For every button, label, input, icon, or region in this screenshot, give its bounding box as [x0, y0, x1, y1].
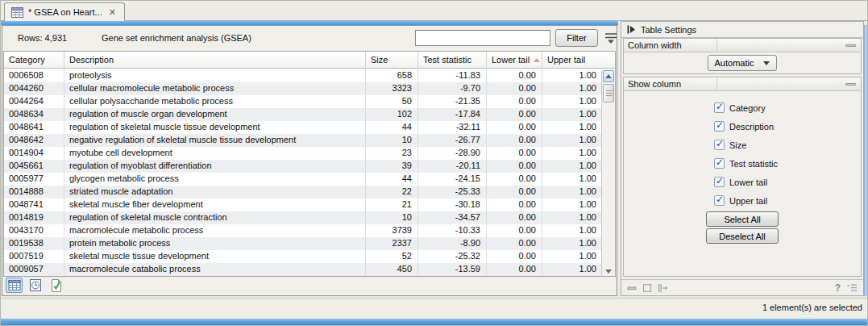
checkbox-icon[interactable]: ✓ [714, 140, 725, 150]
column-header-upper_tail[interactable]: Upper tail [542, 52, 603, 68]
table-row[interactable]: 0043170macromolecule metabolic process37… [4, 224, 603, 237]
show-column-option[interactable]: ✓Description [624, 117, 861, 136]
show-column-option[interactable]: ✓Test statistic [624, 154, 861, 173]
column-width-group: Column width Automatic [623, 38, 862, 74]
application-window: * GSEA on Heart... ✕ Rows: 4,931 Gene se… [0, 0, 868, 326]
deselect-all-button[interactable]: Deselect All [706, 228, 779, 244]
checkbox-icon[interactable]: ✓ [714, 158, 725, 169]
column-header-label: Test statistic [423, 55, 471, 65]
panel-menu-icon[interactable] [846, 283, 858, 292]
element-info-view-icon[interactable] [48, 278, 64, 293]
table-row[interactable]: 0014904myotube cell development23-28.900… [4, 147, 603, 160]
collapse-section-icon[interactable] [845, 83, 856, 86]
table-row[interactable]: 0045661regulation of myoblast differenti… [4, 160, 603, 173]
filter-search-input[interactable] [415, 30, 550, 46]
cell-size: 52 [366, 250, 418, 263]
cell-category: 0006508 [4, 69, 64, 82]
cell-size: 44 [366, 173, 418, 186]
tab-close-icon[interactable]: ✕ [107, 7, 118, 18]
table-row[interactable]: 0044264cellular polysaccharide metabolic… [4, 95, 603, 108]
filter-options-expander-icon[interactable] [604, 32, 618, 44]
column-header-lower_tail[interactable]: Lower tail [487, 52, 542, 68]
column-header-label: Category [9, 55, 45, 65]
column-header-description[interactable]: Description [64, 52, 366, 68]
table-row[interactable]: 0009057macromolecule catabolic process45… [4, 263, 603, 276]
show-column-option[interactable]: ✓Category [624, 98, 861, 117]
thumb-grip [606, 93, 613, 94]
table-row[interactable]: 0048634regulation of muscle organ develo… [4, 108, 603, 121]
thumb-grip [606, 95, 613, 96]
view-title: Gene set enrichment analysis (GSEA) [102, 26, 251, 51]
table-view: Rows: 4,931 Gene set enrichment analysis… [2, 25, 617, 296]
cell-lower_tail: 0.00 [487, 211, 542, 224]
cell-size: 2337 [366, 237, 418, 250]
cell-category: 0048634 [4, 108, 64, 121]
scroll-down-button[interactable] [605, 270, 612, 274]
table-row[interactable]: 0007519skeletal muscle tissue developmen… [4, 250, 603, 263]
table-row[interactable]: 0014888striated muscle adaptation22-25.3… [4, 186, 603, 199]
column-header-label: Upper tail [547, 55, 585, 65]
show-column-group: Show column ✓Category✓Description✓Size✓T… [623, 77, 862, 277]
cell-size: 658 [366, 69, 418, 82]
tab-gsea-on-heart[interactable]: * GSEA on Heart... ✕ [4, 2, 125, 21]
show-column-option[interactable]: ✓Lower tail [624, 173, 861, 191]
arrow-up-icon [605, 74, 612, 78]
checkbox-icon[interactable]: ✓ [714, 102, 725, 113]
checkbox-icon[interactable]: ✓ [714, 195, 725, 206]
column-width-dropdown[interactable]: Automatic [708, 55, 778, 71]
column-header-category[interactable]: Category [4, 52, 64, 68]
cell-lower_tail: 0.00 [487, 199, 542, 211]
cell-category: 0048641 [4, 121, 64, 134]
panel-edge-strip[interactable] [864, 25, 868, 296]
column-header-test_statistic[interactable]: Test statistic [418, 52, 487, 68]
table-view-icon[interactable] [6, 278, 23, 293]
minimize-panel-icon[interactable] [627, 284, 637, 292]
table-row[interactable]: 0048641regulation of skeletal muscle tis… [4, 121, 603, 134]
clock-icon [29, 279, 42, 291]
cell-lower_tail: 0.00 [487, 121, 542, 134]
history-view-icon[interactable] [27, 278, 44, 293]
cell-upper_tail: 1.00 [542, 95, 603, 108]
checkmark-icon: ✓ [716, 101, 724, 112]
show-column-header[interactable]: Show column [624, 77, 861, 91]
cell-test_statistic: -20.11 [418, 160, 487, 173]
cell-lower_tail: 0.00 [487, 173, 542, 186]
help-icon[interactable]: ? [835, 282, 841, 294]
checkmark-icon: ✓ [716, 157, 724, 168]
checkbox-icon[interactable]: ✓ [714, 177, 725, 187]
cell-upper_tail: 1.00 [542, 147, 603, 160]
cell-test_statistic: -21.35 [418, 95, 487, 108]
select-all-button[interactable]: Select All [706, 211, 779, 227]
table-row[interactable]: 0019538protein metabolic process2337-8.9… [4, 237, 603, 250]
vertical-scrollbar[interactable] [601, 69, 615, 276]
table-row[interactable]: 0048741skeletal muscle fiber development… [4, 199, 603, 211]
table-row[interactable]: 0006508proteolysis658-11.830.001.00 [4, 69, 603, 82]
cell-description: skeletal muscle tissue development [64, 250, 366, 263]
column-width-header[interactable]: Column width [624, 39, 861, 52]
cell-lower_tail: 0.00 [487, 160, 542, 173]
cell-upper_tail: 1.00 [542, 199, 603, 211]
table-row[interactable]: 0044260cellular macromolecule metabolic … [4, 82, 603, 95]
tab-bar: * GSEA on Heart... ✕ [1, 1, 867, 21]
checkbox-icon[interactable]: ✓ [714, 121, 725, 132]
table-row[interactable]: 0005977glycogen metabolic process44-24.1… [4, 173, 603, 186]
sidebar-collapse-icon[interactable] [627, 25, 635, 34]
column-width-body: Automatic [624, 52, 861, 73]
scroll-up-button[interactable] [603, 70, 614, 82]
table-row[interactable]: 0048642negative regulation of skeletal m… [4, 134, 603, 147]
maximize-panel-icon[interactable] [642, 284, 652, 292]
column-header-size[interactable]: Size [366, 52, 418, 68]
cell-size: 21 [366, 199, 418, 211]
bottom-accent-bar [1, 319, 868, 326]
dock-panel-icon[interactable] [658, 284, 668, 292]
checkbox-label: Category [729, 103, 766, 113]
column-header-label: Lower tail [492, 55, 530, 65]
filter-button[interactable]: Filter [555, 29, 598, 47]
show-column-option[interactable]: ✓Size [624, 136, 861, 154]
cell-test_statistic: -25.32 [418, 250, 487, 263]
show-column-option[interactable]: ✓Upper tail [624, 191, 861, 210]
scrollbar-thumb[interactable] [603, 84, 614, 102]
table-row[interactable]: 0014819regulation of skeletal muscle con… [4, 211, 603, 224]
cell-size: 10 [366, 134, 418, 147]
collapse-section-icon[interactable] [845, 44, 856, 47]
